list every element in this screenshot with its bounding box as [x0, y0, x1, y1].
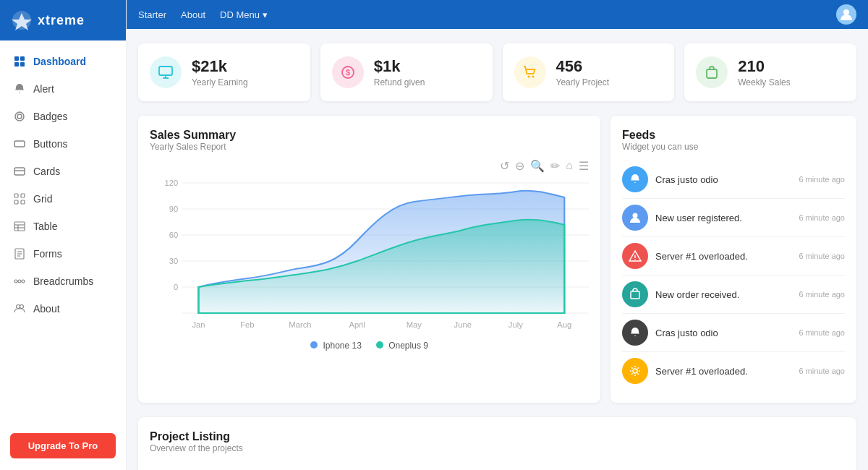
sidebar-item-breadcrumbs[interactable]: Breadcrumbs	[0, 268, 126, 295]
sidebar-item-about[interactable]: About	[0, 295, 126, 322]
svg-point-62	[633, 369, 637, 373]
svg-rect-31	[159, 67, 172, 75]
sidebar-nav: Dashboard Alert Badges Buttons Cards	[0, 40, 126, 424]
sidebar-item-badges[interactable]: Badges	[0, 103, 126, 130]
project-title: Project Listing	[150, 430, 845, 443]
chart-home-icon[interactable]: ⌂	[566, 159, 573, 173]
svg-text:Jan: Jan	[192, 321, 205, 329]
sidebar-label-breadcrumbs: Breadcrumbs	[33, 275, 93, 287]
svg-rect-8	[14, 141, 25, 147]
bag-icon	[704, 64, 720, 80]
chart-toolbar: ↺ ⊖ 🔍 ✏ ⌂ ☰	[150, 159, 589, 173]
feed-5-icon-wrap	[622, 320, 648, 346]
topnav-dropdown[interactable]: DD Menu ▾	[220, 9, 268, 20]
gear-icon	[629, 364, 642, 377]
feed-item-2: New user registered. 6 minute ago	[622, 199, 845, 237]
yearly-project-icon-wrap	[514, 56, 546, 88]
svg-text:120: 120	[165, 179, 179, 187]
chart-zoom-in-icon[interactable]: 🔍	[530, 159, 545, 173]
legend-iphone: Iphone 13	[310, 341, 362, 351]
chart-title: Sales Summary	[150, 129, 589, 142]
sidebar-item-grid[interactable]: Grid	[0, 185, 126, 213]
svg-text:0: 0	[174, 283, 178, 291]
svg-text:May: May	[407, 321, 422, 329]
yearly-project-info: 456 Yearly Project	[556, 57, 610, 87]
buttons-icon	[13, 137, 26, 150]
svg-point-6	[15, 112, 24, 121]
yearly-project-label: Yearly Project	[556, 77, 610, 87]
sidebar-label-about: About	[33, 303, 60, 315]
sidebar-item-dashboard[interactable]: Dashboard	[0, 48, 126, 75]
feed-6-text: Server #1 overloaded.	[655, 366, 791, 377]
sidebar-item-table[interactable]: Table	[0, 213, 126, 240]
stat-card-weekly-sales: 210 Weekly Sales	[684, 43, 856, 101]
feed-5-time: 6 minute ago	[799, 328, 845, 337]
col-weeks: Weeks	[655, 463, 747, 470]
svg-point-25	[22, 280, 25, 283]
feed-4-icon-wrap	[622, 281, 648, 307]
col-team-lead: Team Lead	[150, 463, 384, 470]
dashboard-icon	[13, 55, 26, 68]
sidebar-label-grid: Grid	[33, 193, 52, 205]
project-card: Project Listing Overview of the projects…	[138, 417, 856, 470]
chart-zoom-out-icon[interactable]: ⊖	[515, 159, 524, 173]
svg-rect-12	[21, 194, 25, 197]
sidebar-label-table: Table	[33, 221, 57, 232]
topnav-starter[interactable]: Starter	[138, 9, 166, 20]
upgrade-button[interactable]: Upgrade To Pro	[10, 433, 116, 458]
weekly-sales-label: Weekly Sales	[738, 77, 790, 87]
sidebar: xtreme Dashboard Alert Badges Buttons	[0, 0, 127, 470]
sidebar-logo: xtreme	[0, 0, 126, 40]
svg-text:June: June	[454, 321, 472, 329]
feeds-subtitle: Widget you can use	[622, 142, 845, 152]
feed-3-icon-wrap	[622, 243, 648, 269]
about-icon	[13, 302, 26, 315]
chart-edit-icon[interactable]: ✏	[550, 159, 560, 173]
feed-item-1: Cras justo odio 6 minute ago	[622, 161, 845, 199]
sidebar-item-alert[interactable]: Alert	[0, 75, 126, 103]
svg-point-28	[17, 305, 20, 309]
svg-point-23	[14, 280, 17, 283]
svg-point-30	[843, 9, 849, 15]
yearly-project-value: 456	[556, 57, 610, 76]
middle-row: Sales Summary Yearly Sales Report ↺ ⊖ 🔍 …	[138, 116, 856, 403]
topnav-about[interactable]: About	[181, 9, 205, 20]
svg-text:April: April	[349, 321, 365, 329]
forms-icon	[13, 247, 26, 260]
sidebar-item-buttons[interactable]: Buttons	[0, 130, 126, 158]
sidebar-item-forms[interactable]: Forms	[0, 240, 126, 268]
feed-1-text: Cras justo odio	[655, 174, 791, 185]
svg-point-7	[17, 114, 22, 119]
chart-reset-icon[interactable]: ↺	[500, 159, 509, 173]
chart-legend: Iphone 13 Oneplus 9	[150, 341, 589, 351]
table-icon	[13, 220, 26, 233]
bell2-icon	[629, 326, 642, 339]
svg-rect-9	[14, 168, 25, 175]
chart-menu-icon[interactable]: ☰	[579, 159, 589, 173]
feed-4-text: New order received.	[655, 289, 791, 300]
cart-icon	[522, 64, 538, 80]
grid-icon	[13, 192, 26, 205]
logo-icon	[12, 10, 32, 30]
weekly-sales-icon-wrap	[696, 56, 728, 88]
svg-rect-13	[14, 200, 18, 204]
user-avatar[interactable]	[836, 4, 856, 25]
svg-rect-38	[707, 69, 717, 78]
yearly-earning-icon-wrap	[150, 56, 182, 88]
svg-text:30: 30	[169, 257, 179, 265]
sidebar-item-cards[interactable]: Cards	[0, 158, 126, 185]
svg-point-36	[527, 76, 529, 78]
svg-text:Aug: Aug	[557, 321, 571, 329]
sidebar-label-forms: Forms	[33, 248, 62, 260]
refund-icon-wrap: $	[332, 56, 364, 88]
chart-card: Sales Summary Yearly Sales Report ↺ ⊖ 🔍 …	[138, 116, 600, 403]
feed-5-text: Cras justo odio	[655, 328, 791, 338]
feeds-title: Feeds	[622, 129, 845, 142]
feed-item-3: Server #1 overloaded. 6 minute ago	[622, 237, 845, 275]
svg-point-37	[532, 76, 534, 78]
warning-icon	[629, 249, 642, 262]
feed-6-time: 6 minute ago	[799, 367, 845, 375]
project-table: Team Lead Project Status Weeks Budget	[150, 463, 845, 470]
stat-cards-row: $21k Yearly Earning $ $1k Refund given	[138, 43, 856, 101]
breadcrumbs-icon	[13, 275, 26, 288]
